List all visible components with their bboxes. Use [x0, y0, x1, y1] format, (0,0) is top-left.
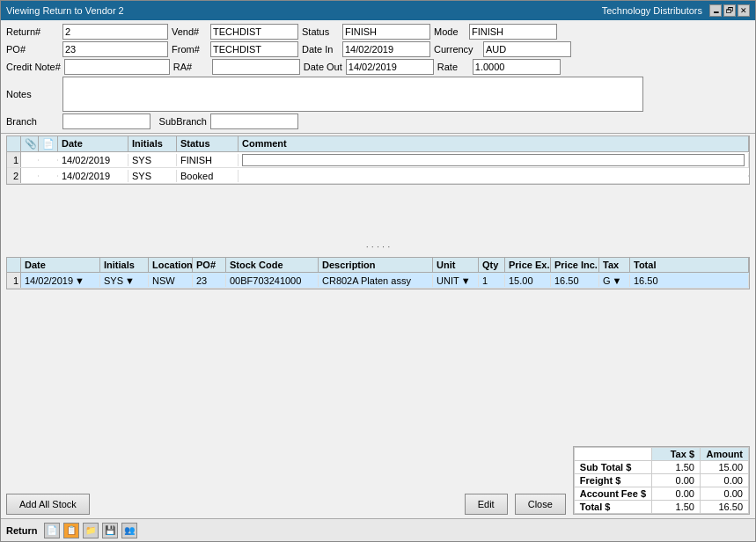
header-clip: 📎	[21, 136, 39, 151]
lower-grid-row-1: 1 14/02/2019 ▼ SYS ▼ NSW 23 00BF70324100…	[7, 273, 749, 289]
branch-input[interactable]	[62, 114, 150, 129]
cell-doc-2	[39, 175, 58, 177]
rate-input[interactable]	[473, 59, 561, 75]
from-input[interactable]	[210, 41, 298, 57]
unit-dropdown-icon[interactable]: ▼	[461, 275, 471, 286]
initials-dropdown-icon[interactable]: ▼	[125, 275, 135, 286]
lower-cell-tax-1: G ▼	[599, 275, 630, 287]
cell-date-1: 14/02/2019	[58, 154, 128, 166]
close-button-bottom[interactable]: Close	[515, 494, 566, 515]
footer-icon-doc[interactable]: 📄	[44, 523, 60, 538]
ra-input[interactable]	[212, 59, 300, 75]
form-row-3: Credit Note# RA# Date Out Rate	[6, 59, 750, 75]
footer-label: Return	[6, 525, 37, 536]
return-input[interactable]	[62, 24, 168, 40]
cell-comment-2	[239, 175, 749, 177]
lower-cell-unit-1: UNIT ▼	[433, 275, 479, 287]
bottom-spacer	[1, 291, 755, 443]
cell-initials-1: SYS	[128, 154, 177, 166]
cell-clip-1	[21, 159, 39, 161]
row-num-1: 1	[7, 152, 21, 167]
currency-input[interactable]	[483, 41, 571, 57]
ra-label: RA#	[173, 62, 209, 72]
divider: · · · · ·	[1, 239, 755, 253]
notes-label: Notes	[6, 89, 59, 99]
clip-icon: 📎	[25, 138, 37, 149]
mode-label: Mode	[434, 26, 466, 37]
totals-empty-header	[574, 448, 651, 461]
lower-header-date: Date	[21, 258, 100, 272]
lower-header-rownum	[7, 258, 21, 272]
bottom-area: Add All Stock Edit Close Tax $ Amount Su…	[1, 443, 755, 518]
lower-header-description: Description	[319, 258, 433, 272]
date-out-input[interactable]	[346, 59, 434, 75]
account-fee-tax: 0.00	[652, 487, 701, 501]
footer-icon-orange[interactable]: 📋	[63, 523, 79, 538]
freight-label: Freight $	[574, 474, 651, 487]
freight-tax: 0.00	[652, 474, 701, 487]
status-input[interactable]	[342, 24, 430, 40]
minimize-button[interactable]: 🗕	[709, 4, 722, 17]
amount-header: Amount	[701, 448, 749, 461]
date-dropdown-icon[interactable]: ▼	[75, 275, 84, 286]
lower-header-po: PO#	[193, 258, 226, 272]
lower-cell-po-1: 23	[193, 275, 226, 287]
sub-total-amount: 15.00	[701, 461, 749, 474]
subbranch-input[interactable]	[210, 114, 298, 129]
form-row-notes: Notes	[6, 77, 750, 112]
mode-input[interactable]	[469, 24, 557, 40]
cell-clip-2	[21, 175, 39, 177]
credit-note-input[interactable]	[64, 59, 170, 75]
tax-header: Tax $	[652, 448, 701, 461]
account-fee-label: Account Fee $	[574, 487, 651, 501]
cell-status-1: FINISH	[177, 154, 239, 166]
form-area: Return# Vend# Status Mode PO# From# Date…	[1, 20, 755, 134]
close-button[interactable]: ✕	[738, 4, 750, 17]
notes-textarea[interactable]	[62, 77, 643, 112]
cell-doc-1	[39, 159, 58, 161]
lower-header-stock-code: Stock Code	[226, 258, 319, 272]
row-num-2: 2	[7, 168, 21, 183]
footer-icon-people[interactable]: 👥	[121, 523, 137, 538]
currency-label: Currency	[434, 44, 480, 55]
status-label: Status	[302, 26, 339, 37]
header-rownum	[7, 136, 21, 151]
add-all-stock-button[interactable]: Add All Stock	[6, 494, 90, 515]
lower-header-total: Total	[630, 258, 749, 272]
lower-header-price-ex: Price Ex.	[505, 258, 551, 272]
lower-grid: Date Initials Location PO# Stock Code De…	[6, 257, 750, 289]
lower-header-qty: Qty	[479, 258, 505, 272]
cell-status-2: Booked	[177, 170, 239, 182]
freight-amount: 0.00	[701, 474, 749, 487]
date-in-input[interactable]	[342, 41, 430, 57]
account-fee-amount: 0.00	[701, 487, 749, 501]
restore-button[interactable]: 🗗	[723, 4, 736, 17]
tax-dropdown-icon[interactable]: ▼	[613, 275, 622, 286]
vend-label: Vend#	[172, 26, 207, 37]
footer-icon-folder[interactable]: 📁	[83, 523, 99, 538]
edit-button[interactable]: Edit	[465, 494, 508, 515]
lower-row-num-1: 1	[7, 273, 21, 288]
credit-note-label: Credit Note#	[6, 62, 61, 72]
rate-label: Rate	[437, 62, 469, 72]
date-out-label: Date Out	[304, 62, 342, 72]
po-input[interactable]	[62, 41, 168, 57]
form-row-2: PO# From# Date In Currency	[6, 41, 750, 57]
upper-grid-row-2: 2 14/02/2019 SYS Booked	[7, 168, 749, 184]
title-bar-controls: 🗕 🗗 ✕	[709, 4, 750, 17]
header-status: Status	[177, 136, 239, 151]
footer-icon-save[interactable]: 💾	[102, 523, 118, 538]
vend-input[interactable]	[210, 24, 298, 40]
lower-cell-location-1: NSW	[149, 275, 193, 287]
window-title: Viewing Return to Vendor 2	[6, 5, 124, 16]
cell-initials-2: SYS	[128, 170, 177, 182]
total-tax: 1.50	[652, 501, 701, 514]
cell-comment-1[interactable]	[239, 153, 749, 167]
title-bar: Viewing Return to Vendor 2 Technology Di…	[1, 1, 755, 20]
lower-header-unit: Unit	[433, 258, 479, 272]
lower-cell-initials-1: SYS ▼	[100, 275, 149, 287]
total-label: Total $	[574, 501, 651, 514]
sub-total-tax: 1.50	[652, 461, 701, 474]
date-in-label: Date In	[302, 44, 339, 55]
form-row-1: Return# Vend# Status Mode	[6, 24, 750, 40]
